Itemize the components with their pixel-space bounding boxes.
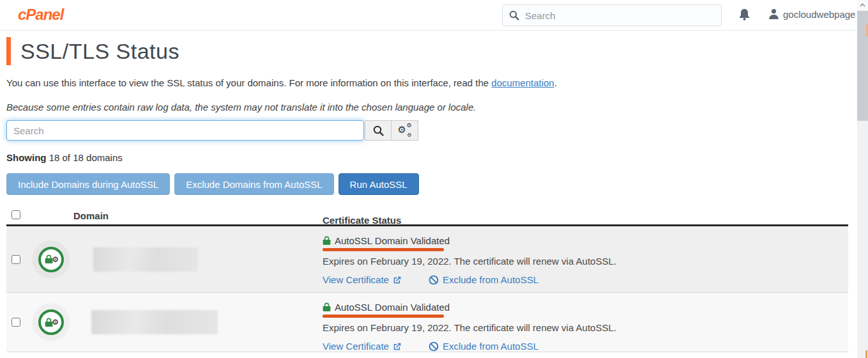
global-search-box[interactable] bbox=[502, 4, 722, 26]
include-domains-button[interactable]: Include Domains during AutoSSL bbox=[6, 173, 170, 195]
view-certificate-link[interactable]: View Certificate bbox=[323, 274, 406, 285]
notifications-bell-button[interactable] bbox=[739, 8, 750, 24]
filter-settings-button[interactable]: ⚙⚙⚙ bbox=[392, 120, 418, 141]
annotation-underline bbox=[323, 248, 444, 251]
user-menu[interactable]: gocloudwebpage bbox=[768, 8, 867, 20]
annotation-underline bbox=[323, 315, 444, 318]
view-certificate-label: View Certificate bbox=[323, 274, 389, 285]
auto-renew-gear-icon: ⚙ bbox=[52, 318, 59, 326]
title-accent-bar bbox=[6, 37, 11, 65]
search-icon bbox=[373, 125, 384, 136]
intro-period: . bbox=[554, 77, 557, 88]
expiry-text: Expires on February 19, 2022. The certif… bbox=[323, 256, 848, 267]
exclude-from-autossl-link[interactable]: Exclude from AutoSSL bbox=[429, 341, 538, 352]
lock-icon bbox=[323, 302, 331, 312]
domains-table: Domain Certificate Status ⚙ bbox=[6, 207, 848, 352]
secured-domain-icon: ⚙ bbox=[38, 309, 64, 335]
scrollbar-up-button[interactable] bbox=[857, 0, 868, 10]
documentation-link[interactable]: documentation bbox=[491, 77, 554, 88]
row-checkbox[interactable] bbox=[11, 318, 20, 327]
redacted-domain-name bbox=[91, 310, 218, 334]
search-icon bbox=[509, 10, 519, 20]
intro-paragraph: You can use this interface to view the S… bbox=[6, 77, 557, 88]
intro-text: You can use this interface to view the S… bbox=[6, 77, 491, 88]
bell-icon bbox=[739, 8, 750, 21]
run-autossl-button[interactable]: Run AutoSSL bbox=[339, 173, 419, 195]
username-label: gocloudwebpage bbox=[783, 9, 855, 20]
external-link-icon bbox=[393, 342, 402, 351]
top-navbar: cPanel gocloudwebpage bbox=[0, 0, 857, 31]
ban-icon bbox=[429, 275, 439, 285]
secured-domain-icon: ⚙ bbox=[38, 247, 64, 272]
table-header-row: Domain Certificate Status bbox=[6, 207, 848, 226]
domain-filter-group: ⚙⚙⚙ bbox=[6, 120, 418, 141]
table-row: ⚙ AutoSSL Domain Validated Expires on Fe… bbox=[6, 293, 848, 352]
chevron-up-icon bbox=[860, 3, 865, 7]
view-certificate-label: View Certificate bbox=[323, 341, 389, 352]
exclude-from-autossl-label: Exclude from AutoSSL bbox=[443, 274, 538, 285]
expiry-text: Expires on February 19, 2022. The certif… bbox=[323, 322, 848, 333]
table-row: ⚙ AutoSSL Domain Validated Expires on Fe… bbox=[6, 226, 848, 293]
redacted-domain-name bbox=[93, 247, 198, 272]
lock-icon bbox=[323, 236, 331, 245]
autossl-lock-badge: ⚙ bbox=[31, 302, 71, 342]
page-title: SSL/TLS Status bbox=[20, 39, 179, 64]
external-link-icon bbox=[393, 276, 402, 284]
showing-label: Showing bbox=[6, 152, 47, 163]
certificate-status: AutoSSL Domain Validated bbox=[323, 301, 848, 313]
view-certificate-link[interactable]: View Certificate bbox=[323, 341, 406, 352]
showing-rest: 18 of 18 domains bbox=[47, 152, 123, 163]
filter-search-button[interactable] bbox=[365, 120, 392, 141]
column-header-certificate-status: Certificate Status bbox=[323, 206, 848, 226]
status-text: AutoSSL Domain Validated bbox=[335, 235, 450, 246]
cpanel-ssl-status-page: cPanel gocloudwebpage SSL/TLS St bbox=[0, 0, 868, 358]
autossl-actions: Include Domains during AutoSSL Exclude D… bbox=[6, 173, 419, 195]
autossl-lock-badge: ⚙ bbox=[31, 240, 71, 279]
page-heading: SSL/TLS Status bbox=[6, 37, 179, 65]
cpanel-logo[interactable]: cPanel bbox=[18, 6, 63, 24]
results-count: Showing 18 of 18 domains bbox=[6, 152, 123, 163]
status-text: AutoSSL Domain Validated bbox=[335, 302, 450, 313]
gears-icon: ⚙⚙⚙ bbox=[398, 124, 412, 137]
locale-note: Because some entries contain raw log dat… bbox=[6, 102, 476, 113]
user-icon bbox=[768, 8, 779, 20]
exclude-domains-button[interactable]: Exclude Domains from AutoSSL bbox=[174, 173, 333, 195]
column-header-domain: Domain bbox=[31, 210, 323, 221]
vertical-scrollbar[interactable] bbox=[857, 0, 868, 358]
select-all-checkbox[interactable] bbox=[11, 210, 20, 219]
exclude-from-autossl-label: Exclude from AutoSSL bbox=[443, 341, 538, 352]
annotation-fragment bbox=[865, 350, 867, 358]
ban-icon bbox=[429, 341, 439, 352]
global-search-input[interactable] bbox=[525, 10, 704, 21]
auto-renew-gear-icon: ⚙ bbox=[52, 255, 59, 263]
row-checkbox[interactable] bbox=[11, 255, 20, 264]
domain-filter-input[interactable] bbox=[6, 120, 364, 141]
certificate-status: AutoSSL Domain Validated bbox=[323, 235, 848, 247]
exclude-from-autossl-link[interactable]: Exclude from AutoSSL bbox=[429, 274, 538, 285]
